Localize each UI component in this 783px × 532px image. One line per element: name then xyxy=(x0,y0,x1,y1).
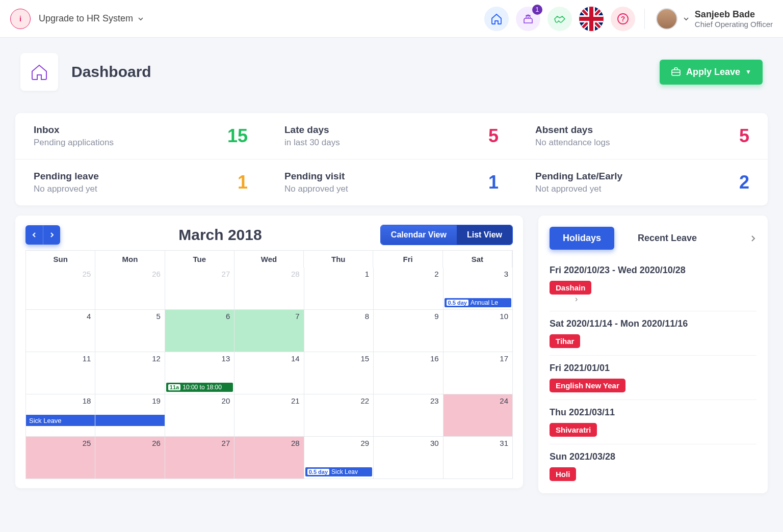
stat-title: Pending visit xyxy=(284,171,348,182)
calendar-cell[interactable]: 12 xyxy=(95,352,164,394)
day-number: 14 xyxy=(291,354,300,363)
calendar-cell[interactable]: 30.5 dayAnnual Le xyxy=(443,268,512,310)
stat-value: 2 xyxy=(739,172,749,193)
calendar-card: March 2018 Calendar View List View SunMo… xyxy=(15,216,523,488)
calendar-cell[interactable]: 10 xyxy=(443,310,512,352)
calendar-dow: Wed xyxy=(234,251,304,268)
calendar-cell[interactable]: 19 xyxy=(95,394,164,437)
user-menu[interactable]: Sanjeeb Bade Chief Operating Officer xyxy=(656,8,773,30)
calendar-cell[interactable]: 31 xyxy=(443,437,512,479)
stat-subtitle: Not approved yet xyxy=(535,184,622,194)
day-number: 4 xyxy=(87,312,91,321)
tab-recent-leave[interactable]: Recent Leave xyxy=(624,227,710,250)
day-number: 28 xyxy=(291,439,300,447)
day-number: 2 xyxy=(434,270,438,278)
calendar-cell[interactable]: 27 xyxy=(165,437,234,479)
stat-item[interactable]: Late days in last 30 days 5 xyxy=(266,113,517,159)
calendar-event[interactable]: 11a10:00 to 18:00 xyxy=(166,383,233,392)
calendar-cell[interactable]: 26 xyxy=(95,437,164,479)
calendar-cell[interactable]: 24 xyxy=(443,394,512,437)
list-view-button[interactable]: List View xyxy=(457,225,512,245)
stat-item[interactable]: Pending Late/Early Not approved yet 2 xyxy=(517,159,768,205)
calendar-dow: Sun xyxy=(26,251,95,268)
chevron-right-icon[interactable] xyxy=(749,235,756,242)
page-title: Dashboard xyxy=(71,63,151,81)
page-header: Dashboard Apply Leave ▼ xyxy=(0,38,783,103)
stat-item[interactable]: Absent days No attendance logs 5 xyxy=(517,113,768,159)
stat-title: Inbox xyxy=(34,124,114,136)
calendar-cell[interactable]: 30 xyxy=(373,437,442,479)
calendar-cell[interactable]: 26 xyxy=(95,268,164,310)
calendar-nav xyxy=(25,225,60,245)
calendar-cell[interactable]: 7 xyxy=(234,310,303,352)
tab-holidays[interactable]: Holidays xyxy=(550,227,614,250)
calendar-cell[interactable]: 4 xyxy=(25,310,95,352)
language-flag-icon[interactable] xyxy=(579,7,604,31)
calendar-cell[interactable]: 16 xyxy=(373,352,442,394)
stat-item[interactable]: Pending leave No approved yet 1 xyxy=(15,159,266,205)
info-icon[interactable]: i xyxy=(10,9,31,29)
holiday-item[interactable]: Thu 2021/03/11 Shivaratri xyxy=(550,400,756,444)
stats-panel: Inbox Pending applications 15 Late days … xyxy=(15,113,768,205)
stat-item[interactable]: Pending visit No approved yet 1 xyxy=(266,159,517,205)
calendar-view-button[interactable]: Calendar View xyxy=(381,225,457,245)
stat-title: Late days xyxy=(284,124,340,136)
day-number: 27 xyxy=(222,270,230,278)
calendar-cell[interactable]: 9 xyxy=(373,310,442,352)
calendar-cell[interactable]: 21 xyxy=(234,394,303,437)
calendar-event-span[interactable] xyxy=(95,415,164,426)
divider xyxy=(644,9,645,29)
calendar-cell[interactable]: 23 xyxy=(373,394,442,437)
calendar-next-button[interactable] xyxy=(43,225,60,245)
home-icon[interactable] xyxy=(484,7,509,31)
calendar-cell[interactable]: 25 xyxy=(25,437,95,479)
holiday-item[interactable]: Fri 2021/01/01 English New Year xyxy=(550,356,756,400)
stat-item[interactable]: Inbox Pending applications 15 xyxy=(15,113,266,159)
calendar-cell[interactable]: 28 xyxy=(234,437,303,479)
chevron-down-icon xyxy=(683,15,690,22)
calendar-event[interactable]: 0.5 dayAnnual Le xyxy=(445,298,511,307)
calendar-event-span[interactable]: Sick Leave xyxy=(26,415,95,426)
holiday-item[interactable]: Sat 2020/11/14 - Mon 2020/11/16 Tihar xyxy=(550,311,756,356)
calendar-title: March 2018 xyxy=(60,226,380,244)
calendar-cell[interactable]: 8 xyxy=(304,310,373,352)
calendar-cell[interactable]: 27 xyxy=(165,268,234,310)
user-role: Chief Operating Officer xyxy=(695,20,773,29)
calendar-cell[interactable]: 290.5 daySick Leav xyxy=(304,437,373,479)
calendar-cell[interactable]: 22 xyxy=(304,394,373,437)
handshake-icon[interactable] xyxy=(547,7,572,31)
holiday-date: Sat 2020/11/14 - Mon 2020/11/16 xyxy=(550,318,756,329)
calendar-cell[interactable]: 15 xyxy=(304,352,373,394)
calendar-cell[interactable]: 25 xyxy=(25,268,95,310)
calendar-cell[interactable]: 14 xyxy=(234,352,303,394)
calendar-event[interactable]: 0.5 daySick Leav xyxy=(305,467,372,476)
day-number: 17 xyxy=(500,354,508,363)
day-number: 6 xyxy=(226,312,230,321)
calendar-cell[interactable]: 1311a10:00 to 18:00 xyxy=(165,352,234,394)
stat-subtitle: No approved yet xyxy=(34,184,99,194)
apply-leave-label: Apply Leave xyxy=(686,67,740,77)
briefcase-icon xyxy=(671,67,681,77)
calendar-cell[interactable]: 20 xyxy=(165,394,234,437)
calendar-cell[interactable]: 28 xyxy=(234,268,303,310)
upgrade-dropdown[interactable]: Upgrade to HR System xyxy=(39,13,144,24)
holiday-item[interactable]: Sun 2021/03/28 Holi xyxy=(550,444,756,488)
calendar-cell[interactable]: 1 xyxy=(304,268,373,310)
stat-value: 1 xyxy=(238,172,248,193)
topbar-icons: 1 ? xyxy=(484,7,635,31)
calendar-cell[interactable]: 18Sick Leave xyxy=(25,394,95,437)
calendar-cell[interactable]: 17 xyxy=(443,352,512,394)
day-number: 7 xyxy=(295,312,299,321)
calendar-cell[interactable]: 2 xyxy=(373,268,442,310)
apply-leave-button[interactable]: Apply Leave ▼ xyxy=(660,60,763,85)
holiday-tag: Holi xyxy=(550,467,576,481)
calendar-cell[interactable]: 11 xyxy=(25,352,95,394)
calendar-prev-button[interactable] xyxy=(25,225,43,245)
day-number: 16 xyxy=(430,354,439,363)
help-icon[interactable]: ? xyxy=(611,7,635,31)
calendar-cell[interactable]: 5 xyxy=(95,310,164,352)
calendar-dow: Tue xyxy=(165,251,234,268)
calendar-cell[interactable]: 6 xyxy=(165,310,234,352)
birthday-icon[interactable]: 1 xyxy=(516,7,540,31)
holiday-item[interactable]: Fri 2020/10/23 - Wed 2020/10/28 Dashain … xyxy=(550,258,756,311)
